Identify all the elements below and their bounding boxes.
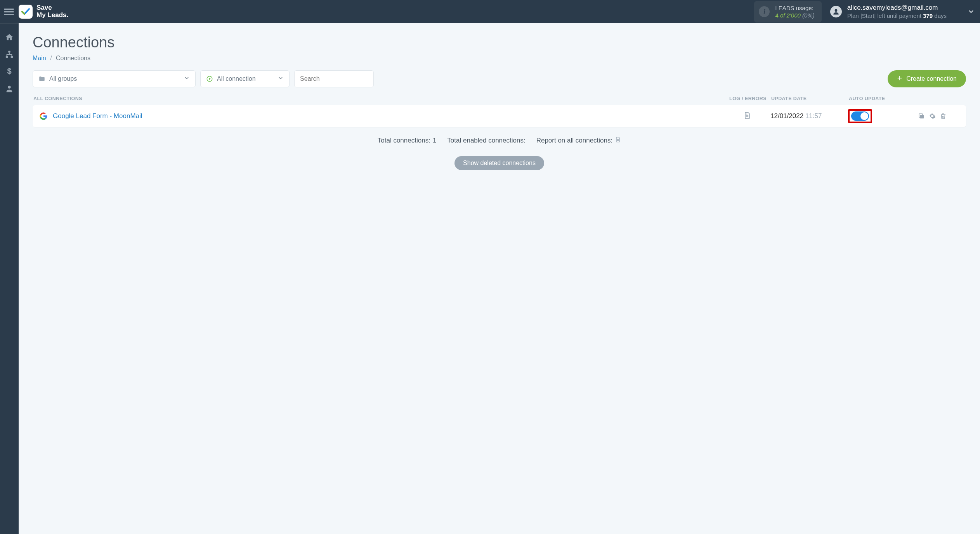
total-connections-value: 1 <box>433 137 436 144</box>
plan-suffix-right: days <box>934 12 947 19</box>
chevron-down-icon <box>184 75 190 83</box>
svg-point-5 <box>8 86 10 89</box>
plan-suffix-left: | left until payment <box>874 12 921 19</box>
play-circle-icon <box>206 75 213 82</box>
report-icon[interactable] <box>615 136 621 144</box>
gear-icon[interactable] <box>929 113 936 120</box>
usage-label: LEADS usage: <box>775 4 814 12</box>
brand-logo[interactable] <box>19 5 33 19</box>
svg-rect-7 <box>920 115 924 118</box>
row-actions <box>918 113 964 120</box>
google-icon <box>40 112 47 120</box>
connection-name-cell: Google Lead Form - MoonMail <box>40 112 724 120</box>
chevron-down-icon[interactable] <box>968 8 975 15</box>
menu-toggle-button[interactable] <box>4 7 14 17</box>
account-email: alice.savemyleads@gmail.com <box>847 3 947 12</box>
nav-connections-icon[interactable] <box>5 50 14 59</box>
breadcrumb-separator: / <box>50 55 52 61</box>
brand-line2: My Leads. <box>36 12 68 19</box>
usage-indicator[interactable]: i LEADS usage: 4 of 2'000 (0%) <box>754 1 821 23</box>
breadcrumb-current: Connections <box>56 55 90 61</box>
avatar-icon <box>830 6 842 17</box>
groups-select-label: All groups <box>49 75 77 82</box>
plan-name: Start <box>862 12 874 19</box>
usage-text: LEADS usage: 4 of 2'000 (0%) <box>775 4 814 19</box>
update-date: 12/01/2022 <box>770 112 803 120</box>
nav-home-icon[interactable] <box>5 33 14 42</box>
plan-days: 379 <box>923 12 933 19</box>
create-connection-button[interactable]: Create connection <box>888 70 966 87</box>
page-title: Connections <box>33 34 966 51</box>
connection-row: Google Lead Form - MoonMail 12/01/2022 1… <box>33 105 966 127</box>
status-select[interactable]: All connection <box>200 70 290 87</box>
topbar: Save My Leads. i LEADS usage: 4 of 2'000… <box>0 0 980 23</box>
report-label: Report on all connections: <box>536 137 613 144</box>
svg-text:$: $ <box>7 67 11 75</box>
status-select-label: All connection <box>217 75 256 82</box>
account-text: alice.savemyleads@gmail.com Plan |Start|… <box>847 3 947 20</box>
svg-rect-3 <box>11 56 13 58</box>
breadcrumb: Main / Connections <box>33 55 966 62</box>
col-auto: AUTO UPDATE <box>849 96 919 101</box>
breadcrumb-main-link[interactable]: Main <box>33 55 46 61</box>
usage-of: of <box>780 12 785 19</box>
plus-icon <box>897 75 902 82</box>
log-cell <box>724 111 770 121</box>
brand-line1: Save <box>36 4 68 12</box>
connection-name-link[interactable]: Google Lead Form - MoonMail <box>53 112 142 120</box>
svg-rect-1 <box>8 51 10 53</box>
auto-update-cell <box>848 109 918 123</box>
main-content: Connections Main / Connections All group… <box>19 23 980 534</box>
usage-used: 4 <box>775 12 778 19</box>
filters-row: All groups All connection <box>33 70 966 87</box>
sidebar: $ <box>0 23 19 534</box>
usage-limit: 2'000 <box>787 12 801 19</box>
groups-select[interactable]: All groups <box>33 70 196 87</box>
chevron-down-icon <box>278 75 284 83</box>
search-box[interactable] <box>294 70 374 87</box>
summary-row: Total connections: 1 Total enabled conne… <box>33 136 966 144</box>
col-update: UPDATE DATE <box>771 96 849 101</box>
brand-name: Save My Leads. <box>36 4 68 19</box>
folder-icon <box>38 75 45 82</box>
checkmark-icon <box>21 7 30 16</box>
log-icon[interactable] <box>743 111 751 121</box>
nav-account-icon[interactable] <box>5 84 14 93</box>
copy-icon[interactable] <box>918 113 925 120</box>
col-all: ALL CONNECTIONS <box>33 96 725 101</box>
create-button-label: Create connection <box>906 75 957 82</box>
plan-prefix: Plan | <box>847 12 862 19</box>
auto-update-toggle[interactable] <box>851 111 869 121</box>
update-time: 11:57 <box>805 112 822 120</box>
usage-percent: (0%) <box>802 12 815 19</box>
info-icon: i <box>759 6 770 17</box>
total-connections-label: Total connections: <box>378 137 430 144</box>
nav-billing-icon[interactable]: $ <box>5 67 14 76</box>
svg-rect-2 <box>6 56 8 58</box>
update-date-cell: 12/01/2022 11:57 <box>770 112 848 120</box>
column-headers: ALL CONNECTIONS LOG / ERRORS UPDATE DATE… <box>33 96 966 105</box>
show-deleted-button[interactable]: Show deleted connections <box>454 156 544 170</box>
svg-point-0 <box>834 9 837 12</box>
trash-icon[interactable] <box>940 113 947 120</box>
search-input[interactable] <box>300 75 368 82</box>
highlight-box <box>848 109 872 123</box>
col-log: LOG / ERRORS <box>725 96 771 101</box>
total-enabled-label: Total enabled connections: <box>447 137 525 144</box>
account-menu[interactable]: alice.savemyleads@gmail.com Plan |Start|… <box>830 3 975 20</box>
